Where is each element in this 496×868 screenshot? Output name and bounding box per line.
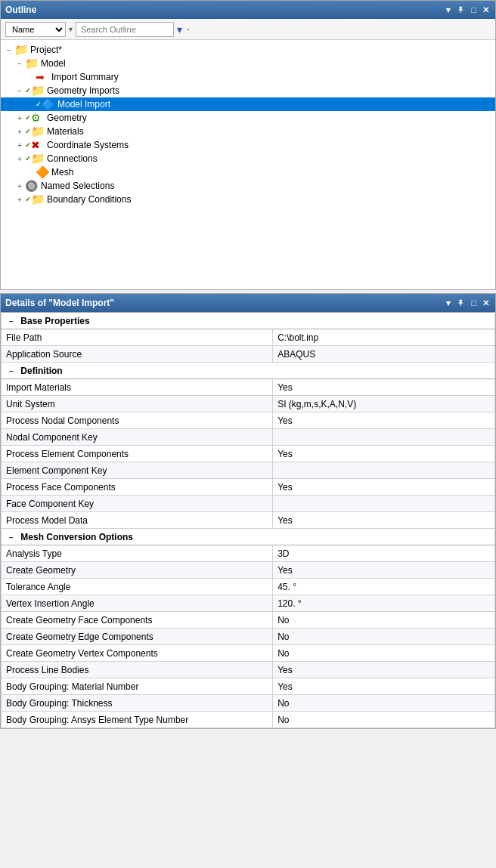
- dropdown-arrow-icon: ▾: [69, 25, 73, 33]
- tree-item-materials[interactable]: + ✓ 📁 Materials: [1, 125, 495, 138]
- row-application-source: Application Source ABAQUS: [2, 346, 495, 363]
- label-create-geometry: Create Geometry: [2, 562, 273, 579]
- value-process-face-components[interactable]: Yes: [273, 479, 495, 496]
- named-selections-label: Named Selections: [41, 181, 114, 191]
- row-create-geometry-face-components: Create Geometry Face Components No: [2, 612, 495, 629]
- filter-dropdown[interactable]: Name: [5, 22, 66, 37]
- details-pin-icon[interactable]: 🖈: [455, 298, 467, 307]
- materials-label: Materials: [47, 126, 84, 137]
- import-summary-icon: ➡: [36, 71, 49, 83]
- label-process-model-data: Process Model Data: [2, 512, 273, 529]
- tree-item-import-summary[interactable]: · ➡ Import Summary: [1, 70, 495, 84]
- expand-model[interactable]: −: [14, 60, 25, 68]
- tree-item-model[interactable]: − 📁 Model: [1, 57, 495, 70]
- value-body-grouping-ansys-element-type[interactable]: No: [273, 712, 495, 728]
- geometry-label: Geometry: [47, 113, 87, 123]
- details-close-btn[interactable]: ✕: [481, 298, 491, 308]
- materials-icon: 📁: [31, 125, 45, 137]
- section-base-properties[interactable]: − Base Properties: [2, 313, 495, 329]
- value-create-geometry[interactable]: Yes: [273, 562, 495, 579]
- expand-named-selections[interactable]: +: [14, 182, 25, 190]
- outline-pin-icon[interactable]: 🖈: [455, 5, 467, 14]
- label-body-grouping-ansys-element-type: Body Grouping: Ansys Element Type Number: [2, 712, 273, 728]
- value-body-grouping-thickness[interactable]: No: [273, 695, 495, 712]
- connections-icon: 📁: [31, 153, 45, 165]
- value-process-model-data[interactable]: Yes: [273, 512, 495, 529]
- label-tolerance-angle: Tolerance Angle: [2, 579, 273, 595]
- boundary-conditions-icon: 📁: [31, 193, 45, 205]
- named-selections-icon: 🔘: [25, 180, 39, 192]
- section-definition[interactable]: − Definition: [2, 363, 495, 379]
- outline-panel-header: Outline ▾ 🖈 □ ✕: [1, 1, 495, 19]
- expand-geometry-imports[interactable]: −: [14, 87, 25, 95]
- value-face-component-key[interactable]: [273, 496, 495, 512]
- details-restore-btn[interactable]: □: [470, 298, 478, 307]
- value-body-grouping-material-number[interactable]: Yes: [273, 678, 495, 695]
- expand-connections[interactable]: +: [14, 155, 25, 163]
- tree-item-boundary-conditions[interactable]: + ✓ 📁 Boundary Conditions: [1, 193, 495, 206]
- row-create-geometry-edge-components: Create Geometry Edge Components No: [2, 629, 495, 645]
- row-body-grouping-ansys-element-type: Body Grouping: Ansys Element Type Number…: [2, 712, 495, 728]
- label-create-geometry-edge-components: Create Geometry Edge Components: [2, 629, 273, 645]
- check-materials: ✓: [25, 128, 31, 135]
- value-process-nodal-components[interactable]: Yes: [273, 412, 495, 429]
- row-vertex-insertion-angle: Vertex Insertion Angle 120. °: [2, 595, 495, 612]
- section-mesh-conversion[interactable]: − Mesh Conversion Options: [2, 529, 495, 545]
- value-vertex-insertion-angle[interactable]: 120. °: [273, 595, 495, 612]
- tree-item-mesh[interactable]: · 🔶 Mesh: [1, 165, 495, 179]
- value-create-geometry-face-components[interactable]: No: [273, 612, 495, 629]
- toggle-base-properties[interactable]: −: [6, 317, 17, 326]
- model-label: Model: [41, 58, 66, 69]
- tree-item-geometry[interactable]: + ✓ ⚙ Geometry: [1, 111, 495, 125]
- outline-header-controls: ▾ 🖈 □ ✕: [445, 5, 491, 15]
- details-dropdown-btn[interactable]: ▾: [445, 298, 452, 308]
- expand-materials[interactable]: +: [14, 128, 25, 136]
- value-import-materials[interactable]: Yes: [273, 379, 495, 396]
- tree-item-geometry-imports[interactable]: − ✓ 📁 Geometry Imports: [1, 84, 495, 97]
- search-input[interactable]: [76, 22, 174, 37]
- expand-project[interactable]: −: [4, 46, 14, 54]
- outline-close-btn[interactable]: ✕: [481, 5, 491, 15]
- geometry-imports-label: Geometry Imports: [47, 85, 119, 96]
- expand-boundary-conditions[interactable]: +: [14, 196, 25, 204]
- expand-geometry[interactable]: +: [14, 114, 25, 122]
- value-process-line-bodies[interactable]: Yes: [273, 662, 495, 678]
- details-header-controls: ▾ 🖈 □ ✕: [445, 298, 491, 308]
- toggle-definition[interactable]: −: [6, 367, 17, 375]
- value-create-geometry-vertex-components[interactable]: No: [273, 645, 495, 662]
- value-nodal-component-key[interactable]: [273, 429, 495, 446]
- details-table: − Base Properties File Path C:\bolt.inp …: [1, 312, 495, 728]
- search-options-btn[interactable]: ·: [187, 23, 190, 36]
- label-create-geometry-vertex-components: Create Geometry Vertex Components: [2, 645, 273, 662]
- connections-label: Connections: [47, 153, 98, 164]
- value-unit-system[interactable]: SI (kg,m,s,K,A,N,V): [273, 396, 495, 412]
- outline-panel: Outline ▾ 🖈 □ ✕ Name ▾ ▾ · − 📁 Project* …: [0, 0, 496, 290]
- expand-coordinate-systems[interactable]: +: [14, 141, 25, 150]
- value-tolerance-angle[interactable]: 45. °: [273, 579, 495, 595]
- coordinate-systems-label: Coordinate Systems: [47, 140, 129, 150]
- label-create-geometry-face-components: Create Geometry Face Components: [2, 612, 273, 629]
- tree-item-project[interactable]: − 📁 Project*: [1, 43, 495, 57]
- details-title: Details of "Model Import": [5, 298, 445, 308]
- check-geometry: ✓: [25, 114, 31, 122]
- value-analysis-type[interactable]: 3D: [273, 545, 495, 562]
- value-create-geometry-edge-components[interactable]: No: [273, 629, 495, 645]
- tree-item-connections[interactable]: + ✓ 📁 Connections: [1, 152, 495, 165]
- value-application-source[interactable]: ABAQUS: [273, 346, 495, 363]
- value-process-element-components[interactable]: Yes: [273, 446, 495, 462]
- search-chevron-icon[interactable]: ▾: [177, 23, 182, 36]
- tree-item-coordinate-systems[interactable]: + ✓ ✖ Coordinate Systems: [1, 138, 495, 152]
- value-file-path[interactable]: C:\bolt.inp: [273, 329, 495, 346]
- label-body-grouping-thickness: Body Grouping: Thickness: [2, 695, 273, 712]
- outline-restore-btn[interactable]: □: [470, 5, 478, 14]
- outline-pin-btn[interactable]: ▾: [445, 5, 452, 15]
- label-application-source: Application Source: [2, 346, 273, 363]
- toggle-mesh-conversion[interactable]: −: [6, 533, 17, 542]
- coordinate-systems-icon: ✖: [31, 139, 45, 151]
- tree-item-model-import[interactable]: · ✓ 🔷 Model Import: [1, 97, 495, 111]
- model-icon: 📁: [25, 57, 39, 70]
- tree-item-named-selections[interactable]: + 🔘 Named Selections: [1, 179, 495, 193]
- value-element-component-key[interactable]: [273, 462, 495, 479]
- row-body-grouping-thickness: Body Grouping: Thickness No: [2, 695, 495, 712]
- row-file-path: File Path C:\bolt.inp: [2, 329, 495, 346]
